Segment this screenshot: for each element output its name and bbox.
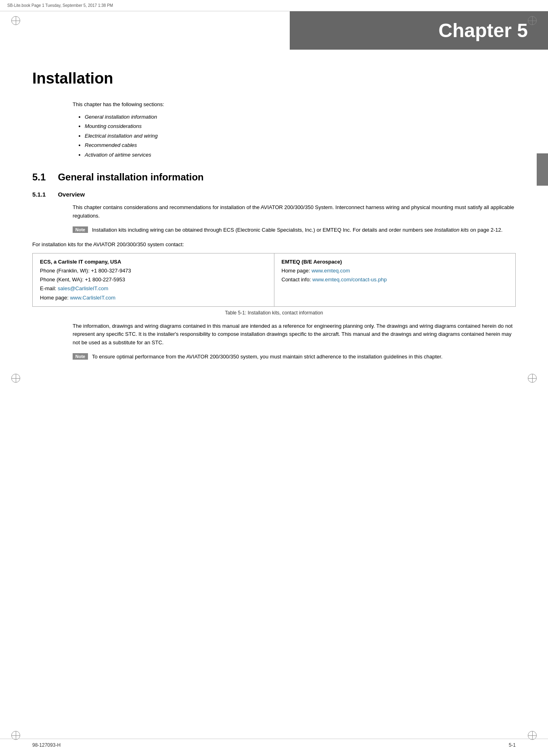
- note-2: Note To ensure optimal performance from …: [73, 353, 516, 361]
- section-51-number: 5.1: [32, 172, 46, 183]
- contact-left-homepage: Home page: www.CarlisleIT.com: [40, 293, 267, 302]
- main-body-text: The information, drawings and wiring dia…: [73, 322, 516, 347]
- list-item: Mounting considerations: [85, 121, 516, 131]
- emteq-homepage-link[interactable]: www.emteq.com: [312, 268, 350, 274]
- contact-left-phone2: Phone (Kent, WA): +1 800-227-5953: [40, 275, 267, 284]
- top-bar: SB-Lite.book Page 1 Tuesday, September 5…: [0, 0, 548, 11]
- contact-left-cell: ECS, a Carlisle IT company, USA Phone (F…: [33, 253, 274, 306]
- intro-text: This chapter has the following sections:: [73, 101, 516, 107]
- note-2-text: To ensure optimal performance from the A…: [92, 353, 516, 361]
- contact-intro: For installation kits for the AVIATOR 20…: [32, 241, 516, 249]
- section-51-title: General installation information: [58, 172, 203, 183]
- contact-right-cell: EMTEQ (B/E Aerospace) Home page: www.emt…: [274, 253, 515, 306]
- contact-left-company: ECS, a Carlisle IT company, USA: [40, 258, 267, 266]
- list-item: General installation information: [85, 112, 516, 121]
- contact-right-contactinfo: Contact info: www.emteq.com/contact-us.p…: [282, 275, 508, 284]
- list-item: Activation of airtime services: [85, 150, 516, 159]
- page-main-title: Installation: [32, 70, 516, 87]
- file-info: SB-Lite.book Page 1 Tuesday, September 5…: [7, 3, 113, 8]
- section-51-heading: 5.1 General installation information: [32, 172, 516, 183]
- footer-left: 98-127093-H: [32, 742, 61, 748]
- note-1-label: Note: [73, 226, 88, 233]
- reg-mark-tr: [528, 16, 537, 25]
- contact-left-phone1: Phone (Franklin, WI): +1 800-327-9473: [40, 266, 267, 275]
- section-511-title: Overview: [58, 191, 85, 198]
- page-content: Installation This chapter has the follow…: [0, 62, 548, 392]
- chapter-header: Chapter 5: [0, 11, 548, 50]
- bullet-list: General installation information Mountin…: [85, 112, 516, 159]
- note-2-label: Note: [73, 353, 88, 360]
- reg-mark-tl: [11, 16, 20, 25]
- section-511-heading: 5.1.1 Overview: [32, 191, 516, 198]
- carlisle-homepage-link[interactable]: www.CarlisleIT.com: [70, 295, 115, 301]
- contact-table-wrapper: ECS, a Carlisle IT company, USA Phone (F…: [32, 253, 516, 306]
- contact-row: ECS, a Carlisle IT company, USA Phone (F…: [33, 253, 515, 306]
- list-item: Electrical installation and wiring: [85, 131, 516, 140]
- page-footer: 98-127093-H 5-1: [0, 739, 548, 748]
- footer-right: 5-1: [509, 742, 516, 748]
- contact-left-email: E-mail: sales@CarlisleIT.com: [40, 284, 267, 293]
- note-1: Note Installation kits including wiring …: [73, 226, 516, 235]
- chapter-title: Chapter 5: [290, 11, 548, 50]
- contact-table: ECS, a Carlisle IT company, USA Phone (F…: [33, 253, 515, 306]
- contact-right-company: EMTEQ (B/E Aerospace): [282, 258, 508, 266]
- emteq-contact-link[interactable]: www.emteq.com/contact-us.php: [312, 276, 387, 283]
- table-caption: Table 5-1: Installation kits, contact in…: [32, 310, 516, 316]
- section-511-number: 5.1.1: [32, 191, 46, 198]
- contact-right-homepage: Home page: www.emteq.com: [282, 266, 508, 275]
- note-1-text: Installation kits including wiring can b…: [92, 226, 516, 235]
- overview-text: This chapter contains considerations and…: [73, 203, 516, 220]
- list-item: Recommended cables: [85, 140, 516, 150]
- email-link[interactable]: sales@CarlisleIT.com: [58, 285, 108, 291]
